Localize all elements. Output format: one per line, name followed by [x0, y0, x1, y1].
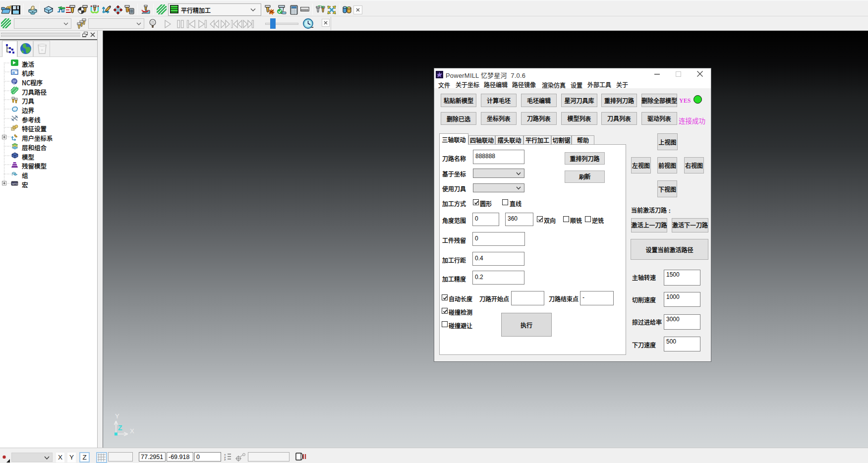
- svg-text:z: z: [224, 458, 226, 461]
- svg-text:Z: Z: [118, 424, 122, 432]
- svg-text:MTD: MTD: [12, 182, 18, 185]
- svg-text:Y: Y: [115, 412, 119, 420]
- svg-text:X: X: [130, 427, 134, 435]
